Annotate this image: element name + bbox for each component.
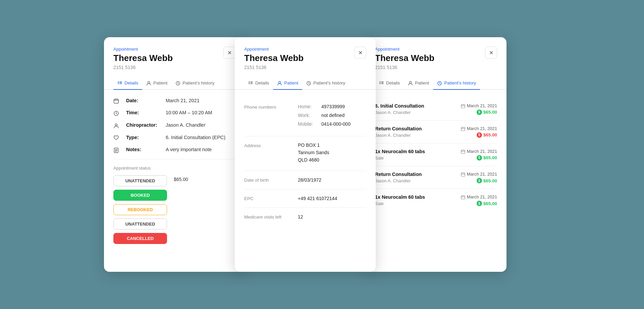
tabs: Details Patient Patient's history <box>366 77 506 90</box>
svg-rect-19 <box>251 83 253 84</box>
svg-rect-18 <box>251 82 253 83</box>
close-button[interactable]: ✕ <box>354 47 366 59</box>
status-btn-rebooked[interactable]: REBOOKED <box>113 204 167 215</box>
svg-rect-44 <box>464 195 464 196</box>
history-sub: Sale <box>375 201 425 206</box>
history-right: March 21, 2021 $ $65.00 <box>461 172 497 183</box>
card-card-details: Appointment Theresa Webb 2151 5136 ✕ Det… <box>104 37 245 272</box>
svg-point-6 <box>148 81 150 83</box>
card-card-patient: Appointment Theresa Webb 2151 5136 ✕ Det… <box>235 37 376 272</box>
card-header: Appointment Theresa Webb 2151 5136 ✕ <box>235 37 376 70</box>
field-values: PO BOX 1Tannum SandsQLD 4680 <box>298 142 366 165</box>
detail-value: Jason A. Chandler <box>166 122 206 128</box>
detail-label: Chiropractor: <box>126 122 163 128</box>
tab-history[interactable]: Patient's history <box>302 77 349 90</box>
svg-rect-17 <box>251 81 253 82</box>
status-btn-unattended[interactable]: UNATTENDED <box>113 219 167 230</box>
calendar-icon <box>461 149 465 154</box>
svg-rect-38 <box>464 149 464 150</box>
appointment-price: $65.00 <box>174 177 188 182</box>
svg-rect-39 <box>461 173 465 176</box>
tab-icon-history <box>306 80 311 86</box>
history-item-4: 1x Neurocalm 60 tabs Sale March 21, 2021… <box>375 189 497 211</box>
tab-icon-patient <box>277 80 282 86</box>
svg-rect-42 <box>461 196 465 199</box>
detail-label: Type: <box>126 135 163 140</box>
price-value: $65.00 <box>483 178 497 183</box>
tab-details[interactable]: Details <box>244 77 273 90</box>
history-right: March 21, 2021 $ $65.00 <box>461 126 497 138</box>
history-date: March 21, 2021 <box>461 194 497 199</box>
svg-rect-15 <box>249 82 250 83</box>
svg-rect-34 <box>462 127 462 128</box>
field-values: Home: 497339999 Work: not defined Mobile… <box>298 104 366 130</box>
field-label: Address <box>244 142 298 165</box>
field-values: 12 <box>298 214 366 220</box>
svg-rect-41 <box>464 173 464 174</box>
field-label: Date of birth <box>244 177 298 183</box>
field-label: Medicare visits left <box>244 214 298 220</box>
detail-label: Notes: <box>126 147 163 152</box>
history-price: $ $65.00 <box>477 132 497 138</box>
tab-patient[interactable]: Patient <box>273 77 302 90</box>
tab-label-details: Details <box>255 80 269 85</box>
tab-label-history: Patient's history <box>182 80 214 85</box>
tab-details[interactable]: Details <box>375 77 404 90</box>
svg-rect-27 <box>381 83 384 84</box>
detail-label: Time: <box>126 110 163 115</box>
detail-icon-note <box>113 147 123 153</box>
phone-number: 0414-000-000 <box>321 121 351 127</box>
appointment-label: Appointment <box>113 47 235 52</box>
phone-number: not defined <box>321 113 344 118</box>
tabs: Details Patient Patient's history <box>104 77 245 90</box>
status-btn-unattended[interactable]: UNATTENDED <box>113 175 167 186</box>
history-date: March 21, 2021 <box>461 149 497 154</box>
history-item-1: Return Consultation Jason A. Chandler Ma… <box>375 121 497 143</box>
history-right: March 21, 2021 $ $65.00 <box>461 149 497 161</box>
phone-row: Mobile: 0414-000-000 <box>298 121 366 127</box>
history-left: Return Consultation Jason A. Chandler <box>375 172 422 183</box>
tab-icon-details <box>248 80 253 86</box>
history-sub: Sale <box>375 156 425 161</box>
detail-row-clock: Time: 10:00 AM – 10:20 AM <box>113 110 235 116</box>
card-body: Phone numbers Home: 497339999 Work: not … <box>235 90 376 234</box>
status-btn-cancelled[interactable]: CANCELLED <box>113 233 167 244</box>
history-title: Return Consultation <box>375 126 422 131</box>
svg-rect-14 <box>249 81 250 82</box>
patient-name: Theresa Webb <box>113 53 235 63</box>
detail-value: 6. Initial Consultation (EPC) <box>166 135 225 140</box>
tab-history[interactable]: Patient's history <box>433 77 480 90</box>
history-date-text: March 21, 2021 <box>467 126 497 131</box>
detail-icon-heart <box>113 135 123 141</box>
history-price: $ $65.00 <box>477 110 497 115</box>
status-label: Appointment status <box>113 166 235 171</box>
tab-patient[interactable]: Patient <box>142 77 171 90</box>
history-price: $ $65.00 <box>477 155 497 161</box>
appointment-label: Appointment <box>244 47 366 52</box>
status-btn-booked[interactable]: BOOKED <box>113 190 167 201</box>
svg-rect-25 <box>381 81 384 82</box>
calendar-icon <box>461 194 465 199</box>
svg-rect-30 <box>461 105 465 108</box>
tab-details[interactable]: Details <box>113 77 142 90</box>
patient-id: 2151 5136 <box>244 65 366 70</box>
tab-patient[interactable]: Patient <box>404 77 433 90</box>
appointment-label: Appointment <box>375 47 497 52</box>
svg-rect-1 <box>118 82 119 83</box>
svg-rect-32 <box>464 104 464 105</box>
svg-point-28 <box>410 81 412 83</box>
tab-history[interactable]: Patient's history <box>171 77 218 90</box>
history-sub: Jason A. Chandler <box>375 110 424 115</box>
svg-rect-9 <box>115 99 116 100</box>
price-value: $65.00 <box>483 155 497 160</box>
svg-rect-3 <box>120 81 122 82</box>
history-date-text: March 21, 2021 <box>467 149 497 154</box>
tabs: Details Patient Patient's history <box>235 77 376 90</box>
svg-rect-10 <box>117 99 118 100</box>
phone-row: Home: 497339999 <box>298 104 366 109</box>
close-button[interactable]: ✕ <box>485 47 497 59</box>
close-button[interactable]: ✕ <box>223 47 235 59</box>
history-date-text: March 21, 2021 <box>467 172 497 177</box>
patient-field-date-of-birth: Date of birth 28/03/1972 <box>244 171 366 189</box>
tab-icon-details <box>379 80 384 86</box>
